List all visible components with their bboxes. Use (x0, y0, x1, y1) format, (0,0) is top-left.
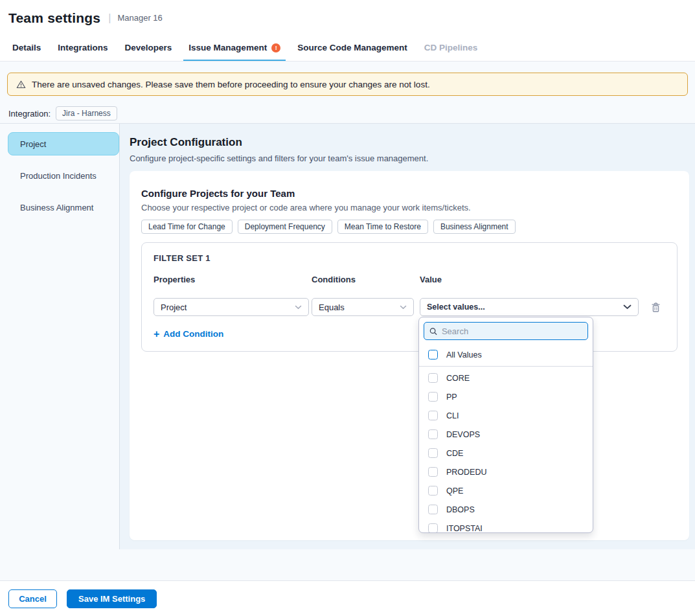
tab-issue-management[interactable]: Issue Management ! (183, 36, 286, 61)
value-select-placeholder: Select values... (427, 302, 485, 312)
chevron-down-icon (400, 305, 407, 310)
condition-select[interactable]: Equals (312, 298, 414, 316)
plus-icon: + (154, 330, 159, 339)
dropdown-search[interactable] (424, 322, 588, 340)
checkbox-all-values[interactable] (428, 350, 438, 359)
option-label: CDE (446, 449, 463, 458)
tab-cd-pipelines: CD Pipelines (419, 36, 483, 61)
page-header: Team settings | Manager 16 (0, 0, 695, 36)
all-values-label: All Values (446, 350, 482, 359)
add-condition-button[interactable]: + Add Condition (154, 329, 223, 339)
integration-chip[interactable]: Jira - Harness (56, 106, 117, 120)
integration-row: Integration: Jira - Harness (8, 106, 687, 120)
option-devops[interactable]: DEVOPS (419, 425, 593, 444)
option-core[interactable]: CORE (419, 369, 593, 387)
delete-condition-button[interactable] (651, 302, 661, 313)
chevron-down-icon (295, 305, 302, 310)
tab-label: Integrations (58, 43, 108, 52)
chip-lead-time-for-change[interactable]: Lead Time for Change (141, 220, 233, 234)
value-label: Value (420, 275, 639, 284)
tab-label: Issue Management (188, 43, 267, 52)
cancel-button[interactable]: Cancel (8, 589, 57, 608)
settings-tabbar: Details Integrations Developers Issue Ma… (0, 36, 695, 62)
option-label: CLI (446, 411, 459, 420)
value-select-dropdown: All Values CORE PP CLI DEVOPS CDE PRODED… (418, 317, 593, 533)
option-label: DEVOPS (446, 430, 480, 439)
option-prodedu[interactable]: PRODEDU (419, 462, 593, 481)
checkbox-icon[interactable] (428, 429, 438, 439)
property-select-value: Project (161, 302, 187, 312)
tab-label: Details (12, 43, 41, 52)
sidebar-item-business-alignment[interactable]: Business Alignment (8, 196, 119, 219)
tab-label: CD Pipelines (424, 43, 478, 52)
checkbox-icon[interactable] (428, 467, 438, 477)
section-sidebar: Project Production Incidents Business Al… (0, 124, 120, 549)
conditions-label: Conditions (312, 275, 414, 284)
condition-select-value: Equals (319, 302, 345, 312)
option-qpe[interactable]: QPE (419, 481, 593, 500)
chevron-down-icon (623, 304, 632, 310)
unsaved-changes-banner: There are unsaved changes. Please save t… (7, 73, 688, 96)
unsaved-changes-badge-icon: ! (271, 43, 280, 52)
all-values-option[interactable]: All Values (419, 345, 593, 365)
sidebar-item-label: Project (20, 139, 46, 149)
trash-icon (651, 302, 661, 313)
checkbox-icon[interactable] (428, 505, 438, 514)
save-im-settings-button[interactable]: Save IM Settings (67, 589, 157, 608)
sidebar-item-production-incidents[interactable]: Production Incidents (8, 164, 119, 187)
tab-source-code-management[interactable]: Source Code Management (292, 36, 413, 61)
search-input[interactable] (442, 326, 582, 336)
sidebar-item-label: Production Incidents (20, 171, 97, 181)
option-itopstai[interactable]: ITOPSTAI (419, 519, 593, 533)
filter-condition-row: Project Equals Select valu (154, 298, 665, 316)
card-title: Configure Projects for your Team (141, 188, 678, 199)
search-icon (429, 327, 437, 336)
checkbox-icon[interactable] (428, 486, 438, 496)
checkbox-icon[interactable] (428, 392, 438, 402)
team-name: Manager 16 (117, 13, 162, 23)
warning-icon (16, 80, 26, 89)
property-select[interactable]: Project (154, 298, 309, 316)
integration-label: Integration: (8, 109, 51, 119)
tab-integrations[interactable]: Integrations (52, 36, 113, 61)
option-label: DBOPS (446, 505, 475, 514)
tab-label: Developers (125, 43, 172, 52)
chip-business-alignment[interactable]: Business Alignment (433, 220, 516, 234)
configure-projects-card: Configure Projects for your Team Choose … (130, 171, 689, 540)
section-title: Project Configuration (130, 135, 689, 150)
page-title: Team settings (8, 10, 100, 26)
title-divider: | (108, 12, 111, 24)
properties-label: Properties (154, 275, 309, 284)
filter-set-title: FILTER SET 1 (154, 253, 665, 263)
option-cli[interactable]: CLI (419, 406, 593, 425)
option-label: PP (446, 393, 457, 402)
sidebar-item-label: Business Alignment (20, 203, 93, 212)
chip-deployment-frequency[interactable]: Deployment Frequency (238, 220, 332, 234)
banner-text: There are unsaved changes. Please save t… (32, 80, 430, 89)
filter-set-1: FILTER SET 1 Properties Conditions Value… (141, 242, 678, 352)
option-pp[interactable]: PP (419, 387, 593, 406)
checkbox-icon[interactable] (428, 411, 438, 420)
metric-chips: Lead Time for Change Deployment Frequenc… (141, 220, 678, 234)
option-cde[interactable]: CDE (419, 444, 593, 462)
card-subtitle: Choose your respective project or code a… (141, 203, 678, 212)
option-dbops[interactable]: DBOPS (419, 500, 593, 519)
chip-mean-time-to-restore[interactable]: Mean Time to Restore (337, 220, 428, 234)
section-subtitle: Configure project-specific settings and … (130, 154, 689, 163)
option-label: QPE (446, 486, 463, 496)
checkbox-icon[interactable] (428, 523, 438, 533)
sidebar-item-project[interactable]: Project (8, 132, 119, 155)
tab-developers[interactable]: Developers (120, 36, 177, 61)
checkbox-icon[interactable] (428, 448, 438, 458)
value-multiselect[interactable]: Select values... (420, 298, 639, 316)
checkbox-icon[interactable] (428, 373, 438, 383)
dropdown-option-list: CORE PP CLI DEVOPS CDE PRODEDU QPE DBOP (419, 367, 593, 533)
tab-details[interactable]: Details (7, 36, 46, 61)
add-condition-label: Add Condition (163, 329, 223, 339)
option-label: PRODEDU (446, 468, 487, 477)
footer-actions: Cancel Save IM Settings (0, 580, 695, 616)
option-label: ITOPSTAI (446, 524, 483, 533)
main-panel: Project Configuration Configure project-… (120, 124, 695, 549)
tab-label: Source Code Management (297, 43, 407, 52)
option-label: CORE (446, 374, 470, 383)
